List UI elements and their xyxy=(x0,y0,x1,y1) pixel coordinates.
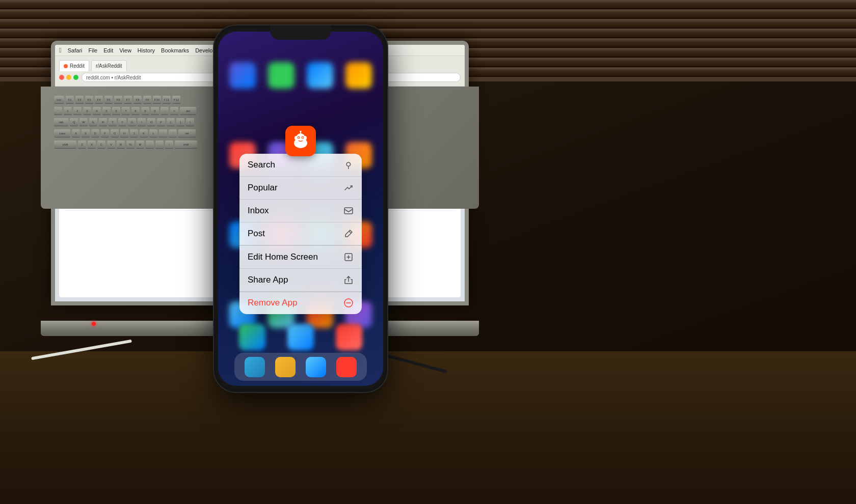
key-f[interactable]: F xyxy=(101,129,109,137)
key-f10[interactable]: F10 xyxy=(153,96,161,104)
dock-icon-contacts[interactable] xyxy=(275,357,296,377)
key-f6[interactable]: F6 xyxy=(114,96,122,104)
key-8[interactable]: 8 xyxy=(131,107,140,115)
key-tab[interactable]: tab xyxy=(54,118,68,126)
post-icon xyxy=(343,229,354,239)
key-f12[interactable]: F12 xyxy=(172,96,180,104)
key-r[interactable]: R xyxy=(99,118,107,126)
key-comma[interactable]: , xyxy=(146,141,154,149)
key-b[interactable]: B xyxy=(117,141,125,149)
key-delete[interactable]: del xyxy=(180,107,196,115)
key-esc[interactable]: esc xyxy=(54,96,64,104)
red-led-indicator xyxy=(92,322,96,326)
browser-tab-reddit[interactable]: Reddit xyxy=(59,60,89,71)
key-y[interactable]: Y xyxy=(118,118,126,126)
context-menu: Search ⚲ Popular xyxy=(239,154,362,314)
key-t[interactable]: T xyxy=(109,118,117,126)
key-4[interactable]: 4 xyxy=(93,107,101,115)
key-7[interactable]: 7 xyxy=(122,107,130,115)
menu-item-search[interactable]: Search ⚲ xyxy=(239,154,362,177)
menu-item-inbox[interactable]: Inbox xyxy=(239,200,362,222)
svg-point-2 xyxy=(295,136,298,140)
browser-tab-askreddit[interactable]: r/AskReddit xyxy=(91,60,127,71)
key-backslash[interactable]: \ xyxy=(186,118,194,126)
key-v[interactable]: V xyxy=(107,141,115,149)
dock-icon-youtube[interactable] xyxy=(336,357,357,377)
key-shift-r[interactable]: shift xyxy=(175,141,197,149)
svg-point-6 xyxy=(298,137,300,138)
key-d[interactable]: D xyxy=(91,129,99,137)
menu-item-edit: Edit xyxy=(103,47,113,53)
key-n[interactable]: N xyxy=(126,141,135,149)
key-f1[interactable]: F1 xyxy=(66,96,74,104)
key-f11[interactable]: F11 xyxy=(163,96,171,104)
menu-item-history: History xyxy=(138,47,155,53)
key-h[interactable]: H xyxy=(120,129,128,137)
key-9[interactable]: 9 xyxy=(141,107,149,115)
key-2[interactable]: 2 xyxy=(73,107,82,115)
key-w[interactable]: W xyxy=(79,118,88,126)
menu-item-popular[interactable]: Popular xyxy=(239,177,362,200)
share-icon xyxy=(343,275,354,285)
key-i[interactable]: I xyxy=(138,118,146,126)
menu-item-remove-app[interactable]: Remove App xyxy=(239,292,362,314)
tab-favicon xyxy=(64,64,68,68)
key-m[interactable]: M xyxy=(136,141,144,149)
key-k[interactable]: K xyxy=(140,129,148,137)
key-z[interactable]: Z xyxy=(78,141,86,149)
blurred-app-2 xyxy=(268,62,295,89)
address-text: reddit.com • r/AskReddit xyxy=(86,75,141,80)
key-l[interactable]: L xyxy=(149,129,157,137)
menu-item-edit-home[interactable]: Edit Home Screen xyxy=(239,246,362,269)
key-minus[interactable]: - xyxy=(160,107,169,115)
key-p[interactable]: P xyxy=(157,118,165,126)
key-shift-l[interactable]: shift xyxy=(54,141,76,149)
dock-icon-chrome[interactable] xyxy=(306,357,326,377)
key-c[interactable]: C xyxy=(97,141,105,149)
key-semicolon[interactable]: ; xyxy=(159,129,167,137)
key-period[interactable]: . xyxy=(155,141,164,149)
key-backtick[interactable]: ` xyxy=(54,107,62,115)
key-caps[interactable]: caps xyxy=(54,129,70,137)
key-f4[interactable]: F4 xyxy=(95,96,103,104)
close-button[interactable] xyxy=(59,75,64,80)
key-slash[interactable]: / xyxy=(165,141,173,149)
key-f7[interactable]: F7 xyxy=(124,96,132,104)
window-controls xyxy=(59,75,78,80)
key-o[interactable]: O xyxy=(147,118,155,126)
key-f2[interactable]: F2 xyxy=(75,96,84,104)
key-s[interactable]: S xyxy=(82,129,90,137)
key-f5[interactable]: F5 xyxy=(104,96,113,104)
key-e[interactable]: E xyxy=(89,118,97,126)
dock-icon-phone[interactable] xyxy=(245,357,265,377)
key-0[interactable]: 0 xyxy=(151,107,159,115)
minus-circle-icon xyxy=(343,298,354,308)
key-6[interactable]: 6 xyxy=(112,107,120,115)
key-3[interactable]: 3 xyxy=(83,107,91,115)
key-5[interactable]: 5 xyxy=(102,107,111,115)
menu-item-post[interactable]: Post xyxy=(239,222,362,245)
menu-item-share-app[interactable]: Share App xyxy=(239,269,362,292)
edit-home-icon xyxy=(343,252,354,262)
key-rbracket[interactable]: ] xyxy=(176,118,184,126)
key-return[interactable]: ret xyxy=(178,129,196,137)
key-1[interactable]: 1 xyxy=(64,107,72,115)
svg-rect-10 xyxy=(344,208,353,214)
menu-item-search-label: Search xyxy=(248,160,275,170)
apple-menu[interactable]:  xyxy=(59,46,62,54)
key-u[interactable]: U xyxy=(128,118,136,126)
minimize-button[interactable] xyxy=(66,75,71,80)
maximize-button[interactable] xyxy=(73,75,78,80)
key-lbracket[interactable]: [ xyxy=(167,118,175,126)
key-f9[interactable]: F9 xyxy=(143,96,151,104)
key-x[interactable]: X xyxy=(88,141,96,149)
key-g[interactable]: G xyxy=(111,129,119,137)
key-a[interactable]: A xyxy=(72,129,80,137)
key-q[interactable]: Q xyxy=(70,118,78,126)
key-f8[interactable]: F8 xyxy=(133,96,142,104)
key-equals[interactable]: = xyxy=(170,107,178,115)
key-j[interactable]: J xyxy=(130,129,138,137)
svg-point-7 xyxy=(302,137,304,138)
key-f3[interactable]: F3 xyxy=(85,96,93,104)
key-apostrophe[interactable]: ' xyxy=(169,129,177,137)
